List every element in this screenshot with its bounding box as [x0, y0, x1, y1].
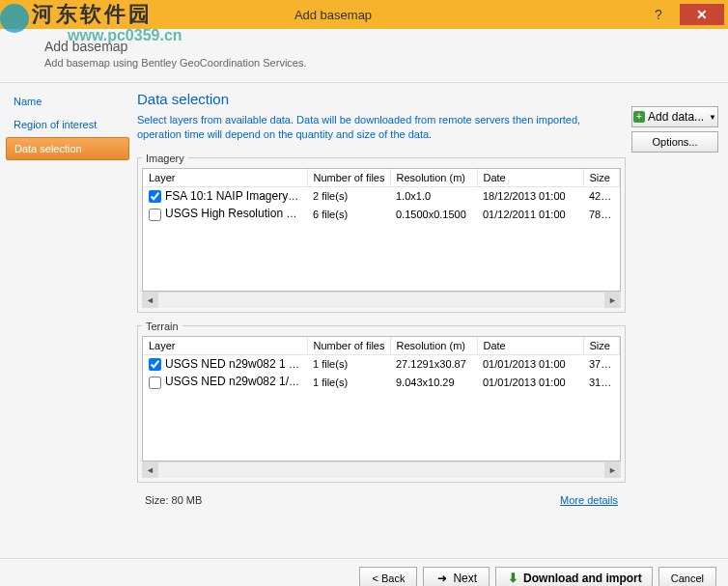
total-size-label: Size: 80 MB: [145, 494, 202, 506]
window-title: Add basemap: [29, 8, 637, 22]
close-button[interactable]: ✕: [680, 4, 724, 25]
cancel-button[interactable]: Cancel: [658, 567, 716, 587]
cell-date: 01/12/2011 01:00: [477, 205, 583, 223]
back-button[interactable]: < Back: [359, 567, 417, 587]
col-layer[interactable]: Layer: [143, 337, 307, 355]
cell-files: 1 file(s): [307, 354, 390, 373]
col-files[interactable]: Number of files: [307, 169, 390, 187]
scroll-right-icon[interactable]: ►: [604, 292, 621, 308]
col-res[interactable]: Resolution (m): [390, 169, 477, 187]
cell-layer: USGS High Resolution Orthoim...: [165, 207, 307, 220]
cell-layer: FSA 10:1 NAIP Imagery m_2808...: [165, 189, 307, 203]
titlebar: Add basemap ? ✕: [0, 0, 728, 29]
imagery-listview[interactable]: Layer Number of files Resolution (m) Dat…: [142, 168, 621, 292]
group-imagery: Imagery Layer Number of files Resolution…: [137, 153, 626, 313]
header-subtitle: Add basemap using Bentley GeoCoordinatio…: [44, 57, 711, 69]
app-icon: [4, 4, 25, 25]
cell-size: 42 MB: [583, 186, 620, 205]
terrain-scrollbar[interactable]: ◄ ►: [142, 461, 621, 478]
scroll-left-icon[interactable]: ◄: [142, 461, 158, 478]
imagery-scrollbar[interactable]: ◄ ►: [142, 292, 621, 308]
download-import-button[interactable]: ⬇ Download and import: [495, 567, 653, 587]
header-title: Add basemap: [44, 39, 711, 54]
cell-res: 27.1291x30.87: [390, 354, 477, 373]
terrain-listview[interactable]: Layer Number of files Resolution (m) Dat…: [142, 336, 621, 461]
col-layer[interactable]: Layer: [143, 169, 307, 187]
group-imagery-legend: Imagery: [142, 153, 188, 164]
row-checkbox[interactable]: [149, 209, 161, 221]
chevron-down-icon: ▼: [709, 113, 716, 122]
col-size[interactable]: Size: [583, 337, 620, 355]
table-row[interactable]: USGS High Resolution Orthoim... 6 file(s…: [143, 205, 620, 223]
group-terrain: Terrain Layer Number of files Resolution…: [137, 321, 626, 483]
sidebar-item-data-selection[interactable]: Data selection: [6, 137, 129, 160]
help-button[interactable]: ?: [637, 4, 680, 25]
table-row[interactable]: USGS NED n29w082 1 arc-seco... 1 file(s)…: [143, 354, 620, 373]
row-checkbox[interactable]: [149, 377, 161, 389]
cell-layer: USGS NED n29w082 1 arc-seco...: [165, 357, 307, 371]
cell-layer: USGS NED n29w082 1/3 arc-sec...: [165, 375, 307, 388]
add-data-button[interactable]: + Add data... ▼: [631, 106, 718, 127]
col-files[interactable]: Number of files: [307, 337, 390, 355]
dialog-footer: < Back ➜ Next ⬇ Download and import Canc…: [0, 558, 728, 586]
sidebar-item-name[interactable]: Name: [6, 91, 129, 112]
plus-icon: +: [633, 111, 645, 123]
group-terrain-legend: Terrain: [142, 321, 182, 332]
table-row[interactable]: FSA 10:1 NAIP Imagery m_2808... 2 file(s…: [143, 186, 620, 205]
cell-res: 9.043x10.29: [390, 373, 477, 391]
cell-res: 0.1500x0.1500: [390, 205, 477, 223]
next-icon: ➜: [435, 572, 449, 585]
scroll-left-icon[interactable]: ◄: [142, 292, 158, 308]
cell-files: 1 file(s): [307, 373, 390, 391]
cell-files: 6 file(s): [307, 205, 390, 223]
cell-files: 2 file(s): [307, 186, 390, 205]
col-date[interactable]: Date: [477, 169, 583, 187]
col-size[interactable]: Size: [583, 169, 620, 187]
dialog-header: Add basemap Add basemap using Bentley Ge…: [0, 29, 728, 83]
download-icon: ⬇: [506, 572, 519, 585]
cell-size: 316 MB: [583, 373, 620, 391]
more-details-link[interactable]: More details: [560, 494, 618, 506]
col-res[interactable]: Resolution (m): [390, 337, 477, 355]
row-checkbox[interactable]: [149, 358, 161, 371]
page-description: Select layers from available data. Data …: [137, 113, 626, 143]
cell-date: 01/01/2013 01:00: [477, 354, 583, 373]
page-title: Data selection: [137, 91, 626, 107]
row-checkbox[interactable]: [149, 190, 161, 203]
options-button[interactable]: Options...: [631, 131, 718, 153]
scroll-right-icon[interactable]: ►: [604, 461, 621, 478]
wizard-sidebar: Name Region of interest Data selection: [0, 83, 135, 558]
col-date[interactable]: Date: [477, 337, 583, 355]
table-row[interactable]: USGS NED n29w082 1/3 arc-sec... 1 file(s…: [143, 373, 620, 391]
cell-size: 781 MB: [583, 205, 620, 223]
sidebar-item-region[interactable]: Region of interest: [6, 114, 129, 135]
cell-date: 01/01/2013 01:00: [477, 373, 583, 391]
cell-date: 18/12/2013 01:00: [477, 186, 583, 205]
cell-res: 1.0x1.0: [390, 186, 477, 205]
cell-size: 37 MB: [583, 354, 620, 373]
next-button[interactable]: ➜ Next: [423, 567, 490, 587]
